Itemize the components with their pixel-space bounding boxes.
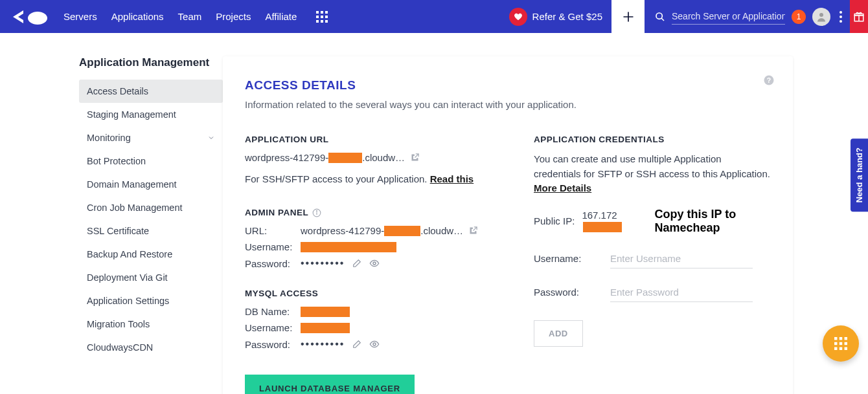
sidebar-item-cdn[interactable]: CloudwaysCDN	[79, 336, 223, 359]
svg-point-23	[373, 262, 376, 265]
credentials-desc: You can create and use multiple Applicat…	[534, 152, 771, 196]
cred-username-label: Username:	[534, 253, 610, 264]
svg-point-12	[819, 13, 823, 17]
svg-rect-2	[321, 11, 323, 14]
public-ip-value[interactable]: 167.172	[582, 210, 640, 232]
url-suffix: .cloudw…	[420, 225, 463, 236]
add-credential-button[interactable]: ADD	[534, 320, 583, 347]
launch-db-manager-button[interactable]: LAUNCH DATABASE MANAGER	[245, 375, 415, 394]
sidebar: Application Management Access Details St…	[79, 56, 223, 394]
cred-password-input[interactable]	[610, 283, 753, 302]
redacted	[583, 222, 622, 232]
column-left: APPLICATION URL wordpress-412799-.cloudw…	[245, 135, 504, 394]
redacted	[301, 323, 350, 333]
svg-rect-4	[316, 16, 319, 18]
ssh-note: For SSH/SFTP access to your Application.…	[245, 173, 504, 184]
admin-url-value[interactable]: wordpress-412799-.cloudw…	[301, 225, 478, 236]
section-admin-panel: ADMIN PANEL	[245, 208, 504, 217]
more-details-link[interactable]: More Details	[534, 182, 591, 193]
eye-icon[interactable]	[369, 339, 380, 349]
edit-icon[interactable]	[352, 259, 361, 268]
nav-affiliate[interactable]: Affiliate	[265, 11, 297, 22]
sidebar-item-domain[interactable]: Domain Management	[79, 173, 223, 196]
need-a-hand-tab[interactable]: Need a hand?	[851, 138, 868, 212]
content-panel: ? ACCESS DETAILS Information related to …	[223, 56, 793, 394]
mysql-username-label: Username:	[245, 322, 301, 333]
svg-rect-9	[325, 20, 328, 23]
section-application-url: APPLICATION URL	[245, 135, 504, 144]
mysql-db-label: DB Name:	[245, 306, 301, 317]
cred-password-label: Password:	[534, 287, 610, 298]
credentials-desc-text: You can create and use multiple Applicat…	[534, 153, 770, 179]
apps-grid-icon[interactable]	[316, 11, 328, 23]
svg-rect-7	[316, 20, 319, 23]
info-icon[interactable]	[312, 208, 321, 217]
gift-icon[interactable]	[850, 0, 868, 33]
url-prefix: wordpress-412799-	[245, 152, 328, 163]
svg-point-24	[373, 343, 376, 345]
sidebar-item-backup[interactable]: Backup And Restore	[79, 243, 223, 266]
svg-point-15	[839, 20, 842, 23]
external-link-icon[interactable]	[410, 153, 420, 162]
column-right: APPLICATION CREDENTIALS You can create a…	[534, 135, 771, 394]
password-masked: •••••••••	[301, 257, 345, 269]
refer-text: Refer & Get $25	[532, 11, 602, 22]
sidebar-item-git[interactable]: Deployment Via Git	[79, 266, 223, 289]
svg-point-10	[656, 13, 662, 19]
search-input[interactable]	[672, 8, 785, 25]
copy-ip-annotation: Copy this IP to Namecheap	[654, 208, 771, 235]
nav-team[interactable]: Team	[178, 11, 202, 22]
admin-password-label: Password:	[245, 258, 301, 269]
sidebar-item-label: SSL Certificate	[87, 226, 149, 236]
url-prefix: wordpress-412799-	[301, 225, 384, 236]
nav-applications[interactable]: Applications	[111, 11, 164, 22]
ssh-note-text: For SSH/SFTP access to your Application.	[245, 173, 430, 184]
svg-rect-25	[834, 337, 837, 340]
svg-rect-27	[845, 337, 847, 340]
add-button[interactable]	[611, 0, 645, 33]
sidebar-item-ssl[interactable]: SSL Certificate	[79, 219, 223, 243]
svg-rect-6	[325, 16, 328, 18]
sidebar-item-settings[interactable]: Application Settings	[79, 289, 223, 312]
cred-password-row: Password:	[534, 283, 771, 302]
redacted	[301, 307, 350, 317]
svg-rect-8	[321, 20, 323, 23]
sidebar-item-migration[interactable]: Migration Tools	[79, 312, 223, 336]
sidebar-item-label: Backup And Restore	[87, 249, 172, 259]
eye-icon[interactable]	[369, 258, 380, 268]
sidebar-item-label: Deployment Via Git	[87, 272, 168, 283]
help-icon[interactable]: ?	[763, 74, 775, 86]
admin-username-label: Username:	[245, 241, 301, 252]
svg-rect-33	[845, 347, 847, 350]
svg-point-0	[28, 12, 47, 25]
top-nav-right: Refer & Get $25 1	[509, 0, 868, 33]
sidebar-item-label: Bot Protection	[87, 156, 146, 166]
page-title: ACCESS DETAILS	[245, 78, 771, 93]
more-menu-icon[interactable]	[836, 11, 846, 23]
sidebar-item-label: Access Details	[87, 86, 148, 96]
nav-projects[interactable]: Projects	[216, 11, 251, 22]
read-this-link[interactable]: Read this	[430, 173, 474, 184]
svg-rect-30	[845, 342, 847, 345]
page-subtitle: Information related to the several ways …	[245, 99, 771, 110]
application-url[interactable]: wordpress-412799-.cloudw…	[245, 152, 504, 163]
mysql-password-row: Password: •••••••••	[245, 338, 504, 350]
avatar[interactable]	[812, 8, 830, 26]
nav-servers[interactable]: Servers	[63, 11, 97, 22]
sidebar-item-cron[interactable]: Cron Job Management	[79, 196, 223, 219]
sidebar-item-access-details[interactable]: Access Details	[79, 80, 223, 103]
sidebar-item-staging[interactable]: Staging Management	[79, 103, 223, 126]
external-link-icon[interactable]	[468, 226, 478, 235]
notification-badge[interactable]: 1	[792, 10, 806, 24]
section-credentials: APPLICATION CREDENTIALS	[534, 135, 771, 144]
logo[interactable]	[12, 8, 49, 26]
cred-username-input[interactable]	[610, 249, 753, 268]
edit-icon[interactable]	[352, 340, 361, 349]
fab-apps-icon[interactable]	[823, 325, 859, 362]
sidebar-item-monitoring[interactable]: Monitoring	[79, 126, 223, 149]
refer-link[interactable]: Refer & Get $25	[509, 8, 602, 26]
sidebar-item-bot-protection[interactable]: Bot Protection	[79, 149, 223, 173]
search-wrap	[655, 8, 785, 25]
sidebar-title: Application Management	[79, 56, 223, 69]
chevron-down-icon	[207, 134, 215, 142]
